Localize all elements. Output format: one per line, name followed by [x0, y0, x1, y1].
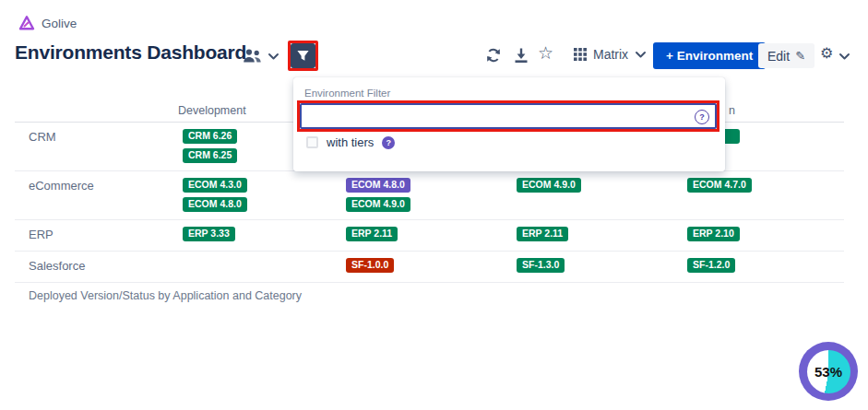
table-row: eCommerce ECOM 4.3.0ECOM 4.8.0 ECOM 4.8.… [15, 171, 844, 220]
view-selector-label: Matrix [593, 47, 628, 62]
page-title: Environments Dashboard [15, 41, 246, 64]
version-badge[interactable]: ECOM 4.7.0 [687, 178, 752, 193]
cell-development: ERP 3.33 [183, 227, 235, 241]
version-badge[interactable]: ERP 3.33 [183, 227, 235, 241]
refresh-icon[interactable] [485, 47, 502, 64]
with-tiers-checkbox[interactable] [306, 136, 318, 148]
filter-button[interactable] [291, 43, 315, 68]
progress-gauge[interactable]: 53% [799, 342, 858, 401]
version-badge[interactable]: ECOM 4.8.0 [346, 178, 410, 193]
version-badge[interactable]: SF-1.2.0 [687, 258, 735, 273]
version-badge[interactable]: ECOM 4.9.0 [346, 197, 410, 212]
cell-col3: SF-1.3.0 [517, 258, 565, 273]
cell-col3: ECOM 4.9.0 [517, 178, 581, 193]
add-environment-button[interactable]: + Environment [653, 42, 766, 69]
version-badge[interactable]: ERP 2.11 [346, 227, 398, 241]
filter-button-highlight [288, 41, 318, 71]
application-label: eCommerce [29, 179, 94, 193]
column-header-partial: n [729, 104, 735, 117]
product-name[interactable]: Golive [42, 17, 77, 30]
gear-icon[interactable]: ⚙ [820, 46, 833, 61]
environments-dashboard-page: Golive Environments Dashboard [0, 0, 868, 410]
golive-logo-icon [18, 15, 35, 31]
cell-col3: ERP 2.11 [517, 227, 568, 241]
pencil-icon: ✎ [795, 49, 805, 63]
with-tiers-label: with tiers [327, 135, 374, 149]
view-selector[interactable]: Matrix [574, 47, 647, 62]
version-badge[interactable]: SF-1.0.0 [346, 258, 394, 273]
version-badge[interactable]: CRM 6.26 [183, 129, 237, 144]
help-icon[interactable]: ? [695, 110, 709, 124]
people-icon[interactable] [242, 47, 263, 64]
table-row: ERP ERP 3.33 ERP 2.11 ERP 2.11 ERP 2.10 [15, 220, 844, 252]
cell-development: ECOM 4.3.0ECOM 4.8.0 [183, 178, 247, 212]
cell-col4: ECOM 4.7.0 [687, 178, 752, 193]
environment-filter-panel: Environment Filter ? with tiers ? [293, 77, 725, 171]
table-caption: Deployed Version/Status by Application a… [29, 289, 302, 302]
filter-panel-label: Environment Filter [304, 88, 390, 99]
cell-development: CRM 6.26CRM 6.25 [183, 129, 237, 163]
funnel-icon [296, 49, 310, 63]
chevron-down-icon[interactable] [268, 53, 279, 61]
with-tiers-row: with tiers ? [306, 135, 395, 149]
download-icon[interactable] [513, 47, 529, 64]
version-badge[interactable]: ECOM 4.3.0 [183, 178, 247, 193]
progress-value: 53% [799, 342, 858, 401]
cell-col2: SF-1.0.0 [346, 258, 394, 273]
column-header-development: Development [178, 104, 246, 117]
application-label: Salesforce [29, 259, 85, 273]
version-badge[interactable]: ECOM 4.9.0 [517, 178, 581, 193]
star-icon[interactable]: ☆ [538, 44, 553, 62]
filter-input-highlight: ? [297, 100, 719, 132]
breadcrumb: Golive [18, 15, 77, 31]
edit-button-label: Edit [767, 49, 790, 64]
chevron-down-icon [635, 51, 647, 59]
environment-filter-input[interactable] [300, 103, 717, 129]
application-label: CRM [29, 130, 56, 144]
version-badge[interactable]: ERP 2.11 [517, 227, 568, 241]
version-badge[interactable]: CRM 6.25 [183, 148, 237, 163]
grid-icon [574, 48, 587, 61]
help-icon[interactable]: ? [382, 136, 395, 149]
cell-col2: ECOM 4.8.0ECOM 4.9.0 [346, 178, 410, 212]
version-badge[interactable]: ECOM 4.8.0 [183, 197, 247, 212]
version-badge[interactable]: SF-1.3.0 [517, 258, 565, 273]
cell-col4: SF-1.2.0 [687, 258, 735, 273]
table-row: Salesforce SF-1.0.0 SF-1.3.0 SF-1.2.0 [15, 252, 844, 283]
cell-col4: ERP 2.10 [687, 227, 740, 241]
cell-col2: ERP 2.11 [346, 227, 398, 241]
chevron-down-icon[interactable] [838, 53, 850, 61]
application-label: ERP [29, 228, 54, 241]
version-badge[interactable]: ERP 2.10 [687, 227, 740, 241]
edit-button[interactable]: Edit ✎ [758, 43, 814, 68]
